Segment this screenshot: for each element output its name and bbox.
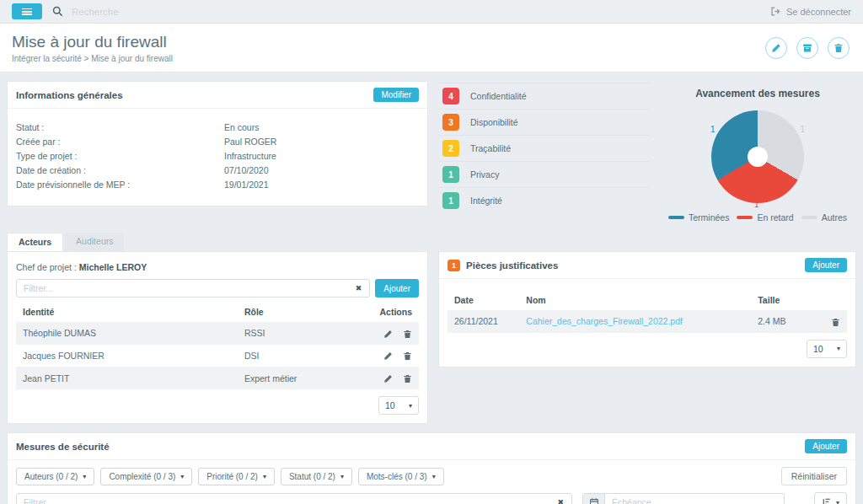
field-date-mep: Date prévisionnelle de MEP : 19/01/2021 bbox=[16, 178, 419, 192]
criteria-label: Traçabilité bbox=[470, 143, 511, 153]
measures-row: Mesures de sécurité Ajouter Auteurs (0 /… bbox=[7, 432, 856, 504]
edit-project-button[interactable] bbox=[765, 37, 787, 59]
legend-label: Autres bbox=[822, 212, 847, 223]
tab-auditeurs[interactable]: Auditeurs bbox=[65, 233, 124, 251]
legend-terminees[interactable]: Terminées bbox=[668, 212, 729, 223]
criteria-label: Privacy bbox=[470, 169, 499, 180]
page-header: Mise à jour du firewall Intégrer la sécu… bbox=[0, 24, 863, 72]
caret-down-icon: ▾ bbox=[409, 402, 412, 410]
field-value: Paul ROGER bbox=[224, 135, 276, 149]
legend-en-retard[interactable]: En retard bbox=[737, 212, 793, 223]
project-manager-line: Chef de projet : Michelle LEROY bbox=[16, 262, 419, 272]
col-identite: Identité bbox=[16, 301, 238, 322]
filter-statut[interactable]: Statut (0 / 2) ▾ bbox=[281, 468, 352, 485]
actor-identity: Jacques FOURNIER bbox=[16, 345, 238, 367]
filter-mots-cles[interactable]: Mots-clés (0 / 3) ▾ bbox=[358, 468, 444, 485]
col-role: Rôle bbox=[238, 301, 362, 322]
add-attachment-button[interactable]: Ajouter bbox=[805, 258, 847, 272]
chip-label: Statut (0 / 2) bbox=[289, 472, 335, 481]
modify-button[interactable]: Modifier bbox=[373, 88, 419, 102]
measures-filter-line: ✖ bbox=[16, 492, 847, 504]
edit-actor-icon[interactable] bbox=[383, 351, 393, 361]
criteria-count-badge: 3 bbox=[442, 114, 459, 131]
filter-auteurs[interactable]: Auteurs (0 / 2) ▾ bbox=[16, 468, 94, 485]
actors-filter-input[interactable] bbox=[17, 283, 348, 293]
filter-complexite[interactable]: Complexité (0 / 3) ▾ bbox=[100, 468, 192, 485]
middle-row: Acteurs Auditeurs Chef de projet : Miche… bbox=[7, 233, 856, 424]
sort-button[interactable]: ▾ bbox=[814, 492, 847, 504]
due-date-group bbox=[582, 493, 785, 504]
measures-filter-input[interactable] bbox=[17, 497, 549, 504]
delete-actor-icon[interactable] bbox=[403, 351, 412, 361]
actors-tabs: Acteurs Auditeurs bbox=[7, 233, 428, 251]
attachments-page-size-select[interactable]: 10 ▾ bbox=[807, 340, 847, 358]
clear-icon: ✖ bbox=[356, 284, 362, 292]
trash-icon bbox=[834, 43, 844, 53]
add-measure-button[interactable]: Ajouter bbox=[805, 439, 847, 453]
breadcrumb: Intégrer la sécurité > Mise à jour du fi… bbox=[12, 54, 173, 63]
add-actor-button[interactable]: Ajouter bbox=[375, 279, 419, 298]
general-info-panel: Informations générales Modifier Statut :… bbox=[7, 81, 428, 206]
caret-down-icon: ▾ bbox=[837, 345, 840, 352]
field-type-projet: Type de projet : Infrastructure bbox=[16, 149, 419, 164]
measures-title: Mesures de sécurité bbox=[16, 442, 110, 452]
app-root: Se déconnecter Mise à jour du firewall I… bbox=[0, 0, 863, 504]
attachment-link[interactable]: Cahier_des_charges_Firewall_2022.pdf bbox=[526, 316, 683, 326]
clear-filter-button[interactable]: ✖ bbox=[549, 498, 571, 504]
criteria-label: Intégrité bbox=[470, 196, 502, 206]
field-date-creation: Date de création : 07/10/2020 bbox=[16, 164, 419, 178]
general-info-title: Informations générales bbox=[16, 90, 123, 100]
criteria-count-badge: 2 bbox=[442, 140, 459, 157]
delete-attachment-icon[interactable] bbox=[831, 318, 840, 327]
clear-filter-button[interactable]: ✖ bbox=[348, 284, 370, 292]
archive-icon bbox=[802, 43, 812, 53]
field-label: Type de projet : bbox=[16, 149, 224, 164]
delete-actor-icon[interactable] bbox=[403, 374, 412, 383]
criteria-count-badge: 1 bbox=[442, 166, 459, 183]
global-search bbox=[52, 6, 760, 17]
actors-column: Acteurs Auditeurs Chef de projet : Miche… bbox=[7, 233, 428, 424]
project-manager-label: Chef de projet : bbox=[16, 262, 77, 272]
page-title: Mise à jour du firewall bbox=[12, 33, 173, 51]
slice-value-terminees: 1 bbox=[710, 125, 716, 134]
attachments-panel: 1 Pièces justificatives Ajouter Date Nom… bbox=[438, 251, 856, 367]
general-info-body: Statut : En cours Créée par : Paul ROGER… bbox=[8, 109, 427, 206]
sidebar-toggle-button[interactable] bbox=[12, 3, 42, 19]
search-input[interactable] bbox=[72, 7, 257, 17]
legend-swatch bbox=[668, 216, 684, 219]
field-label: Date prévisionnelle de MEP : bbox=[16, 178, 224, 192]
page-actions bbox=[765, 37, 850, 59]
actors-filter-group: ✖ bbox=[16, 279, 370, 298]
reset-filters-button[interactable]: Réinitialiser bbox=[781, 467, 847, 485]
delete-project-button[interactable] bbox=[828, 37, 850, 59]
due-date-input[interactable] bbox=[605, 497, 784, 504]
donut-pie[interactable] bbox=[711, 110, 804, 203]
caret-down-icon: ▾ bbox=[263, 473, 266, 480]
page-content: Informations générales Modifier Statut :… bbox=[0, 72, 863, 504]
calendar-icon bbox=[583, 494, 605, 504]
edit-actor-icon[interactable] bbox=[383, 330, 393, 339]
project-manager-name: Michelle LEROY bbox=[79, 262, 147, 272]
attachment-size: 2.4 MB bbox=[751, 310, 815, 333]
field-value: En cours bbox=[224, 121, 259, 135]
logout-button[interactable]: Se déconnecter bbox=[770, 6, 851, 17]
legend-autres[interactable]: Autres bbox=[801, 212, 847, 223]
actors-panel: Chef de projet : Michelle LEROY ✖ Ajoute… bbox=[7, 251, 428, 424]
legend-swatch bbox=[801, 216, 817, 219]
caret-down-icon: ▾ bbox=[180, 473, 184, 480]
filter-priorite[interactable]: Priorité (0 / 2) ▾ bbox=[198, 468, 275, 485]
archive-project-button[interactable] bbox=[796, 37, 818, 59]
sort-icon bbox=[822, 497, 832, 504]
delete-actor-icon[interactable] bbox=[403, 330, 412, 339]
chip-label: Priorité (0 / 2) bbox=[206, 472, 258, 481]
attachments-table-header: Date Nom Taille bbox=[448, 289, 847, 310]
logout-icon bbox=[770, 6, 781, 17]
actors-table-header: Identité Rôle Actions bbox=[16, 301, 419, 322]
edit-actor-icon[interactable] bbox=[383, 374, 393, 383]
legend-swatch bbox=[737, 216, 753, 219]
measures-filter-group: ✖ bbox=[16, 493, 572, 504]
actors-page-size-select[interactable]: 10 ▾ bbox=[378, 396, 419, 415]
caret-down-icon: ▾ bbox=[83, 473, 86, 480]
hamburger-icon bbox=[22, 8, 32, 15]
tab-acteurs[interactable]: Acteurs bbox=[7, 233, 63, 251]
